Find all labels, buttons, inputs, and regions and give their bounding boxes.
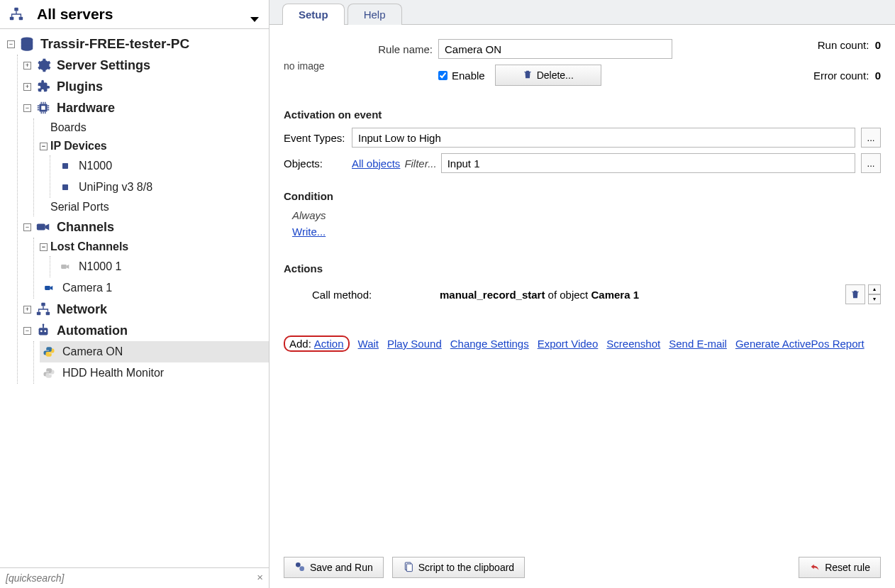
nav-tree: − Trassir-FREE-tester-PC + Server Settin…	[0, 29, 269, 567]
tree-server[interactable]: − Trassir-FREE-tester-PC	[7, 33, 269, 55]
event-types-browse[interactable]: ...	[861, 128, 881, 148]
condition-write-link[interactable]: Write...	[292, 226, 326, 238]
all-objects-link[interactable]: All objects	[352, 157, 400, 170]
method-name: manual_record_start	[440, 289, 545, 301]
servers-title: All servers	[37, 6, 113, 23]
collapse-icon[interactable]: −	[40, 243, 48, 251]
filter-label: Filter...	[404, 157, 436, 170]
tree-hardware[interactable]: − Hardware	[23, 97, 269, 118]
add-export-video-link[interactable]: Export Video	[538, 338, 599, 350]
gears-icon	[294, 561, 306, 575]
reset-rule-button[interactable]: Reset rule	[799, 557, 881, 578]
tab-setup[interactable]: Setup	[282, 4, 345, 25]
tree-channels[interactable]: − Channels	[23, 216, 269, 238]
bottom-toolbar: Save and Run Script to the clipboard Res…	[269, 548, 895, 588]
svg-rect-1	[10, 17, 14, 21]
svg-rect-12	[37, 312, 41, 316]
svg-rect-10	[45, 286, 50, 290]
move-up-button[interactable]: ▴	[868, 284, 881, 294]
network-icon	[34, 301, 52, 317]
chip-icon	[56, 179, 74, 195]
rule-name-input[interactable]	[438, 39, 672, 59]
tree-serial-ports[interactable]: Serial Ports	[40, 198, 269, 216]
database-icon	[18, 36, 36, 52]
actions-header: Actions	[284, 262, 881, 274]
undo-icon	[809, 561, 821, 575]
add-label: Add:	[289, 338, 311, 350]
tree-lost-channels[interactable]: − Lost Channels	[40, 238, 269, 256]
add-generate-report-link[interactable]: Generate ActivePos Report	[735, 338, 865, 350]
enable-checkbox[interactable]: Enable	[438, 70, 485, 82]
script-clipboard-button[interactable]: Script to the clipboard	[392, 557, 525, 578]
camera-icon	[34, 219, 52, 235]
svg-point-18	[43, 323, 45, 326]
method-object: Camera 1	[591, 289, 639, 301]
add-playsound-link[interactable]: Play Sound	[387, 338, 442, 350]
expand-icon[interactable]: +	[23, 306, 31, 314]
svg-rect-2	[19, 17, 23, 21]
svg-rect-8	[37, 223, 45, 230]
svg-rect-13	[46, 312, 50, 316]
tree-rule-camera-on[interactable]: Camera ON	[40, 341, 269, 362]
collapse-icon[interactable]: −	[23, 104, 31, 112]
expand-icon[interactable]: +	[23, 83, 31, 91]
sidebar: All servers − Trassir-FREE-tester-PC +	[0, 0, 269, 588]
no-image-placeholder: no image	[284, 39, 348, 91]
python-icon	[40, 365, 58, 381]
python-icon	[40, 344, 58, 360]
tree-plugins[interactable]: + Plugins	[23, 76, 269, 97]
save-run-button[interactable]: Save and Run	[284, 557, 384, 578]
tree-rule-hdd-monitor[interactable]: HDD Health Monitor	[40, 362, 269, 384]
tree-network[interactable]: + Network	[23, 299, 269, 320]
tree-channel-n1000[interactable]: N1000 1	[56, 256, 269, 277]
tree-ip-devices[interactable]: − IP Devices	[40, 137, 269, 155]
tree-server-settings[interactable]: + Server Settings	[23, 55, 269, 76]
svg-rect-14	[39, 328, 48, 335]
collapse-icon[interactable]: −	[40, 143, 48, 150]
trash-icon	[523, 70, 533, 82]
activation-header: Activation on event	[284, 109, 881, 121]
delete-action-button[interactable]	[845, 284, 865, 304]
delete-button[interactable]: Delete...	[495, 65, 601, 86]
search-input[interactable]	[1, 570, 267, 587]
move-down-button[interactable]: ▾	[868, 294, 881, 304]
svg-rect-0	[14, 8, 18, 11]
add-send-email-link[interactable]: Send E-mail	[669, 338, 727, 350]
objects-input[interactable]	[441, 153, 855, 173]
collapse-icon[interactable]: −	[7, 40, 15, 48]
enable-checkbox-input[interactable]	[438, 71, 448, 80]
server-selector[interactable]: All servers	[0, 0, 269, 29]
tree-channel-camera1[interactable]: Camera 1	[40, 277, 269, 299]
trash-icon	[850, 289, 860, 299]
tabs: Setup Help	[269, 0, 895, 25]
svg-rect-9	[61, 265, 67, 269]
robot-icon	[34, 323, 52, 338]
action-row: Call method: manual_record_start of obje…	[284, 282, 881, 307]
objects-browse[interactable]: ...	[861, 153, 881, 173]
add-screenshot-link[interactable]: Screenshot	[606, 338, 660, 350]
svg-point-20	[299, 566, 304, 571]
add-action-link[interactable]: Action	[314, 338, 344, 350]
objects-label: Objects:	[284, 157, 352, 170]
chip-icon	[34, 100, 52, 116]
collapse-icon[interactable]: −	[23, 327, 31, 335]
quicksearch: ×	[0, 567, 269, 588]
svg-rect-6	[62, 163, 68, 169]
add-action-highlight: Add: Action	[284, 335, 350, 352]
expand-icon[interactable]: +	[23, 62, 31, 70]
add-change-settings-link[interactable]: Change Settings	[450, 338, 529, 350]
tree-device-uniping[interactable]: UniPing v3 8/8	[56, 177, 269, 198]
condition-always: Always	[292, 209, 881, 221]
tree-boards[interactable]: Boards	[40, 118, 269, 137]
add-wait-link[interactable]: Wait	[358, 338, 379, 350]
clear-search[interactable]: ×	[257, 571, 263, 583]
tab-help[interactable]: Help	[348, 4, 402, 25]
collapse-icon[interactable]: −	[23, 223, 31, 231]
run-stats: Run count: 0 Error count: 0	[813, 39, 881, 91]
setup-content: no image Rule name: Enable	[269, 25, 895, 548]
camera-icon	[40, 280, 58, 296]
tree-device-n1000[interactable]: N1000	[56, 155, 269, 177]
rule-name-label: Rule name:	[348, 43, 433, 55]
event-types-input[interactable]	[352, 128, 855, 148]
tree-automation[interactable]: − Automation	[23, 320, 269, 341]
